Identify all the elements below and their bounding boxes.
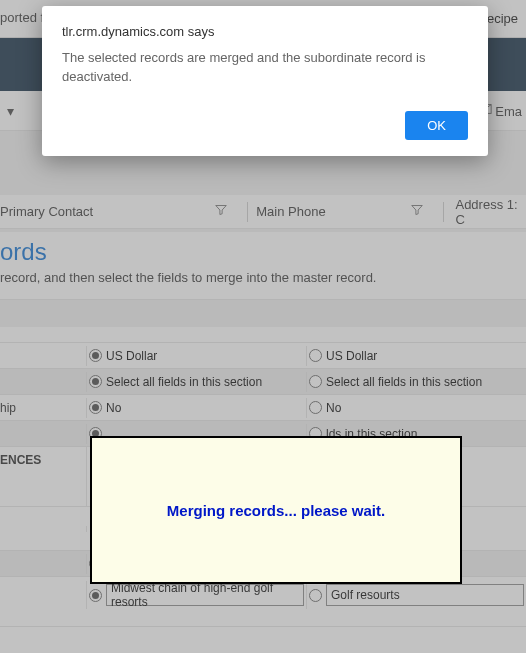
merging-progress-modal: Merging records... please wait.: [90, 436, 462, 584]
alert-title: tlr.crm.dynamics.com says: [62, 24, 468, 39]
alert-message: The selected records are merged and the …: [62, 49, 468, 87]
browser-alert-dialog: tlr.crm.dynamics.com says The selected r…: [42, 6, 488, 156]
alert-ok-button[interactable]: OK: [405, 111, 468, 140]
merging-progress-text: Merging records... please wait.: [167, 502, 385, 519]
